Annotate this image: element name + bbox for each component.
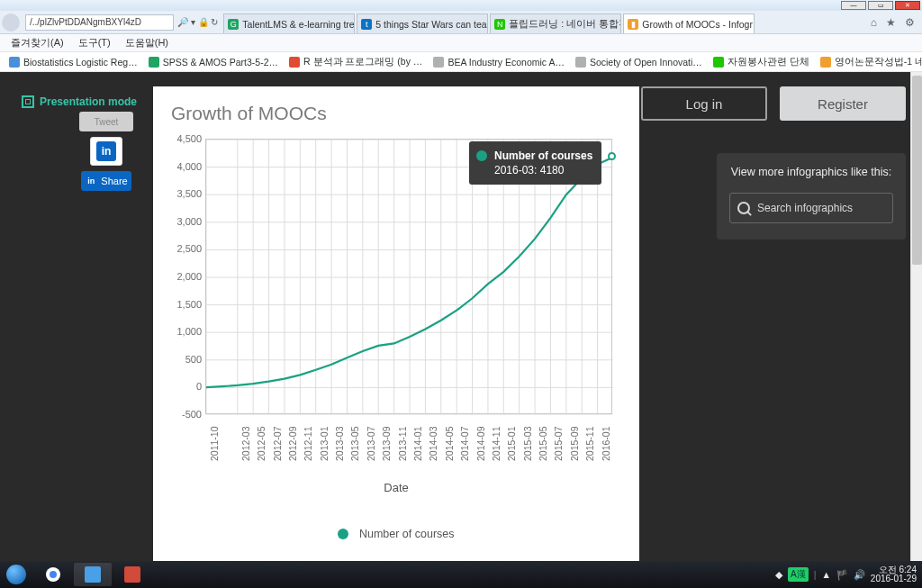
linkedin-icon: in	[85, 175, 97, 187]
linkedin-share-button[interactable]: in Share	[81, 171, 131, 191]
bookmark-favicon	[9, 57, 20, 68]
register-button[interactable]: Register	[780, 86, 906, 121]
favicon: G	[228, 19, 239, 30]
x-tick-label: 2013-05	[349, 426, 360, 461]
tab-label: 플립드러닝 : 네이버 통합검색	[509, 18, 621, 31]
chart-x-axis-label: Date	[162, 481, 630, 494]
window-close-button[interactable]	[895, 1, 920, 10]
x-tick-label: 2014-03	[428, 426, 438, 461]
favorites-icon[interactable]: ★	[886, 16, 896, 29]
bookmark-item[interactable]: Society of Open Innovati…	[570, 57, 708, 68]
browser-tabs: G TalentLMS & e-learning trend…t 5 thing…	[223, 11, 870, 33]
x-tick-label: 2013-03	[334, 426, 345, 461]
search-infographics-input[interactable]: Search infographics	[729, 193, 893, 223]
window-minimize-button[interactable]	[841, 1, 866, 10]
bookmark-favicon	[433, 57, 444, 68]
x-tick-label: 2015-11	[584, 426, 595, 461]
window-maximize-button[interactable]	[868, 1, 893, 10]
taskbar-clock[interactable]: 오전 6:24 2016-01-29	[871, 565, 917, 584]
app-icon	[124, 566, 140, 583]
chart-card: Growth of MOOCs -50005001,0001,5002,0002…	[153, 86, 639, 561]
y-tick-label: 4,000	[176, 161, 202, 172]
sidebar-heading: View more infographics like this:	[729, 166, 893, 178]
vertical-scrollbar[interactable]	[910, 72, 922, 561]
x-tick-label: 2015-03	[522, 426, 533, 461]
chart-x-ticks: 2011-102012-032012-052012-072012-092012-…	[205, 420, 612, 474]
menu-item[interactable]: 도움말(H)	[118, 36, 176, 50]
tweet-button[interactable]: Tweet	[79, 112, 133, 131]
svg-rect-38	[85, 566, 101, 583]
search-placeholder: Search infographics	[757, 202, 853, 214]
browser-tab[interactable]: N 플립드러닝 : 네이버 통합검색	[490, 14, 621, 33]
x-tick-label: 2013-09	[381, 426, 392, 461]
settings-icon[interactable]: ⚙	[905, 16, 915, 29]
bookmark-favicon	[713, 57, 724, 68]
favicon: ▮	[628, 19, 638, 30]
tray-icon[interactable]: ◆	[775, 569, 782, 580]
ime-indicator[interactable]: A漢	[788, 567, 809, 582]
tab-label: Growth of MOOCs - Infogr…	[642, 19, 755, 30]
y-tick-label: 3,500	[176, 188, 202, 199]
favicon: N	[494, 19, 505, 30]
x-tick-label: 2015-09	[569, 426, 580, 461]
y-tick-label: 2,000	[176, 271, 202, 282]
sidebar-panel: View more infographics like this: Search…	[717, 153, 906, 240]
browser-tab[interactable]: t 5 things Star Wars can teach …	[357, 14, 488, 33]
bookmarks-bar: Biostatistics Logistic Reg…SPSS & AMOS P…	[0, 52, 922, 72]
address-bar-controls[interactable]: 🔎 ▾ 🔒 ↻	[177, 17, 218, 27]
start-button[interactable]	[0, 561, 32, 588]
tray-volume-icon[interactable]: 🔊	[854, 569, 865, 581]
tray-icon[interactable]: ▲	[821, 569, 830, 580]
browser-tab[interactable]: G TalentLMS & e-learning trend…	[223, 14, 355, 33]
taskbar-app-chrome[interactable]	[34, 563, 72, 586]
tab-label: 5 things Star Wars can teach …	[375, 19, 488, 30]
x-tick-label: 2012-05	[256, 426, 267, 461]
series-end-marker	[608, 152, 616, 160]
bookmark-item[interactable]: SPSS & AMOS Part3-5-2…	[143, 57, 284, 68]
tooltip-color-dot	[476, 150, 487, 161]
y-tick-label: 500	[185, 354, 202, 365]
x-tick-label: 2014-11	[491, 426, 502, 461]
browser-tab[interactable]: ▮ Growth of MOOCs - Infogr…×	[623, 14, 755, 33]
menu-item[interactable]: 즐겨찾기(A)	[4, 36, 71, 50]
nav-back-button[interactable]	[2, 14, 20, 32]
presentation-mode-button[interactable]: Presentation mode	[22, 95, 137, 108]
bookmark-favicon	[820, 57, 831, 68]
x-tick-label: 2013-07	[366, 426, 376, 461]
x-tick-label: 2012-03	[240, 426, 251, 461]
tooltip-value: 2016-03: 4180	[494, 164, 564, 176]
bookmark-item[interactable]: 영어논문작성법-1 네이…	[815, 56, 922, 68]
y-tick-label: -500	[182, 409, 202, 420]
taskbar-app-ie[interactable]	[74, 563, 112, 586]
y-tick-label: 0	[196, 381, 202, 392]
address-bar[interactable]: /../plZlvPtDDANgmBXYl4zD	[25, 14, 174, 31]
bookmark-item[interactable]: BEA Industry Economic A…	[428, 57, 570, 68]
bookmark-favicon	[575, 57, 586, 68]
login-button[interactable]: Log in	[641, 86, 767, 121]
taskbar-app-other[interactable]	[113, 563, 151, 586]
bookmark-item[interactable]: 자원봉사관련 단체	[708, 56, 815, 68]
x-tick-label: 2014-05	[444, 426, 455, 461]
chart-plot-area[interactable]: Number of courses 2016-03: 4180	[205, 139, 612, 414]
chrome-icon	[45, 566, 61, 583]
tweet-label: Tweet	[95, 117, 119, 127]
search-icon	[737, 202, 750, 214]
ie-icon	[85, 566, 101, 583]
x-tick-label: 2015-05	[538, 426, 548, 461]
menu-item[interactable]: 도구(T)	[71, 36, 118, 50]
bookmark-item[interactable]: R 분석과 프로그래밍 (by …	[284, 56, 428, 68]
bookmark-item[interactable]: Biostatistics Logistic Reg…	[4, 57, 143, 68]
bookmark-favicon	[289, 57, 300, 68]
fullscreen-icon	[22, 95, 34, 108]
linkedin-button[interactable]: in	[90, 137, 122, 166]
tray-network-icon[interactable]: 🏴	[836, 569, 848, 581]
scrollbar-thumb[interactable]	[912, 76, 922, 265]
linkedin-icon: in	[96, 141, 116, 161]
home-icon[interactable]: ⌂	[871, 16, 877, 29]
social-share-column: Tweet in in Share	[77, 112, 135, 191]
x-tick-label: 2014-07	[459, 426, 470, 461]
window-titlebar	[0, 0, 922, 11]
taskbar: ◆ A漢 | ▲ 🏴 🔊 오전 6:24 2016-01-29	[0, 561, 922, 588]
x-tick-label: 2013-01	[319, 426, 330, 461]
presentation-mode-label: Presentation mode	[40, 95, 137, 108]
